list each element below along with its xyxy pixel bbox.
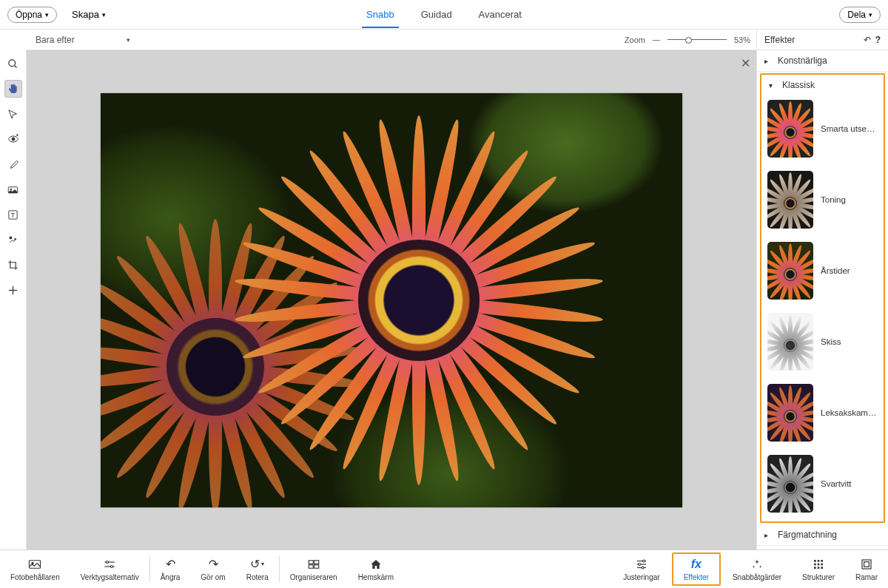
chevron-right-icon: ▸: [764, 57, 772, 65]
zoom-value: 53%: [734, 36, 750, 44]
document-image[interactable]: [101, 93, 682, 507]
brush-tool[interactable]: [4, 155, 22, 173]
effect-thumb: [767, 384, 813, 442]
zoom-slider[interactable]: [667, 39, 727, 40]
svg-point-9: [10, 236, 13, 239]
effect-toy-camera[interactable]: Leksakskamera: [767, 384, 878, 442]
stamp-tool[interactable]: [4, 180, 22, 198]
zoom-out-icon[interactable]: —: [653, 36, 660, 44]
accordion-classic[interactable]: ▾Klassisk: [761, 75, 884, 95]
close-document-icon[interactable]: ✕: [741, 56, 750, 70]
create-button[interactable]: Skapa ▾: [66, 4, 112, 24]
svg-rect-21: [309, 564, 313, 568]
share-button[interactable]: Dela ▾: [839, 7, 881, 23]
bb-label: Gör om: [201, 573, 225, 581]
accordion-classic-label: Klassisk: [782, 80, 815, 90]
svg-point-17: [107, 561, 109, 563]
effect-label: Smarta utseen…: [821, 124, 878, 133]
effect-sketch[interactable]: Skiss: [767, 313, 878, 371]
zoom-label: Zoom: [625, 36, 645, 44]
home-button[interactable]: Hemskärm: [348, 550, 404, 588]
crop-tool[interactable]: [4, 256, 22, 274]
bb-label: Ramar: [855, 573, 878, 581]
bb-label: Rotera: [246, 573, 269, 581]
svg-rect-37: [821, 567, 823, 569]
svg-point-6: [10, 188, 13, 190]
fx-icon: fx: [691, 558, 702, 571]
chevron-down-icon: ▾: [127, 36, 130, 44]
spot-heal-tool[interactable]: [4, 231, 22, 249]
effect-label: Skiss: [821, 337, 841, 346]
adjustments-button[interactable]: Justeringar: [613, 550, 670, 588]
effect-smart-looks[interactable]: Smarta utseen…: [767, 100, 878, 158]
svg-point-0: [9, 59, 16, 66]
bb-label: Organiseraren: [290, 573, 337, 581]
bb-label: Justeringar: [623, 573, 659, 581]
organizer-button[interactable]: Organiseraren: [280, 550, 348, 588]
home-icon: [370, 558, 382, 571]
zoom-control: Zoom — 53%: [625, 36, 756, 44]
effect-thumb: [767, 100, 813, 158]
tool-strip: T: [0, 50, 27, 550]
effect-black-white[interactable]: Svartvitt: [767, 455, 878, 513]
move-tool[interactable]: [4, 281, 22, 299]
svg-rect-36: [818, 567, 820, 569]
redeye-tool[interactable]: [4, 130, 22, 148]
effect-toning[interactable]: Toning: [767, 171, 878, 229]
chevron-down-icon: ▾: [102, 11, 106, 18]
bb-label: Verktygsalternativ: [81, 573, 139, 581]
effect-label: Toning: [821, 195, 846, 204]
svg-rect-39: [864, 561, 870, 567]
share-label: Dela: [847, 10, 866, 20]
sliders-icon: [103, 558, 116, 571]
view-selector[interactable]: Bara efter ▾: [27, 35, 139, 45]
effect-label: Svartvitt: [821, 479, 852, 488]
quick-actions-button[interactable]: Snabbåtgärder: [722, 550, 792, 588]
undo-icon: ↶: [166, 558, 175, 571]
chevron-down-icon: ▾: [45, 11, 49, 18]
tab-advanced[interactable]: Avancerat: [474, 1, 526, 27]
open-button[interactable]: Öppna ▾: [7, 7, 57, 23]
redo-button[interactable]: ↷ Gör om: [190, 550, 235, 588]
accordion-artistic[interactable]: ▸Konstnärliga: [757, 50, 888, 72]
undo-button[interactable]: ↶ Ångra: [150, 550, 191, 588]
effects-panel: ▸Konstnärliga ▾Klassisk Smarta utseen… T…: [756, 50, 888, 550]
photo-bin-button[interactable]: Fotobehållaren: [0, 550, 70, 588]
svg-line-1: [14, 65, 16, 67]
tab-guided[interactable]: Guidad: [417, 1, 457, 27]
adjustments-icon: [635, 558, 648, 571]
tool-options-button[interactable]: Verktygsalternativ: [70, 550, 149, 588]
effect-thumb: [767, 313, 813, 371]
svg-point-27: [638, 563, 640, 565]
chevron-right-icon: ▸: [764, 531, 772, 539]
text-tool[interactable]: T: [4, 206, 22, 223]
effect-seasons[interactable]: Årstider: [767, 242, 878, 300]
effects-panel-title: Effekter: [764, 35, 795, 45]
chevron-down-icon: ▾: [769, 81, 776, 89]
create-label: Skapa: [72, 9, 99, 20]
secondary-bar: Bara efter ▾ Zoom — 53% Effekter ↶ ?: [27, 30, 888, 50]
undo-icon[interactable]: ↶: [864, 35, 871, 45]
zoom-tool[interactable]: [4, 55, 22, 72]
mode-tabs: Snabb Guidad Avancerat: [362, 1, 526, 27]
quick-select-tool[interactable]: [4, 105, 22, 123]
organizer-icon: [307, 558, 320, 571]
accordion-color-match[interactable]: ▸Färgmatchning: [757, 524, 888, 546]
effects-button[interactable]: fx Effekter: [672, 552, 721, 586]
textures-button[interactable]: Strukturer: [792, 550, 845, 588]
svg-rect-31: [821, 560, 823, 562]
help-icon[interactable]: ?: [875, 35, 881, 45]
redo-icon: ↷: [209, 558, 218, 571]
frames-button[interactable]: Ramar: [845, 550, 888, 588]
classic-effects-list: Smarta utseen… Toning Årstider Skiss: [761, 95, 884, 514]
rotate-button[interactable]: ↺▾ Rotera: [236, 550, 279, 588]
svg-rect-38: [862, 560, 871, 569]
bb-label: Hemskärm: [358, 573, 394, 581]
svg-rect-35: [814, 567, 816, 569]
tab-quick[interactable]: Snabb: [362, 1, 399, 27]
effect-label: Leksakskamera: [821, 408, 878, 417]
effect-thumb: [767, 455, 813, 513]
svg-rect-20: [314, 560, 318, 564]
hand-tool[interactable]: [4, 80, 22, 98]
svg-rect-30: [818, 560, 820, 562]
